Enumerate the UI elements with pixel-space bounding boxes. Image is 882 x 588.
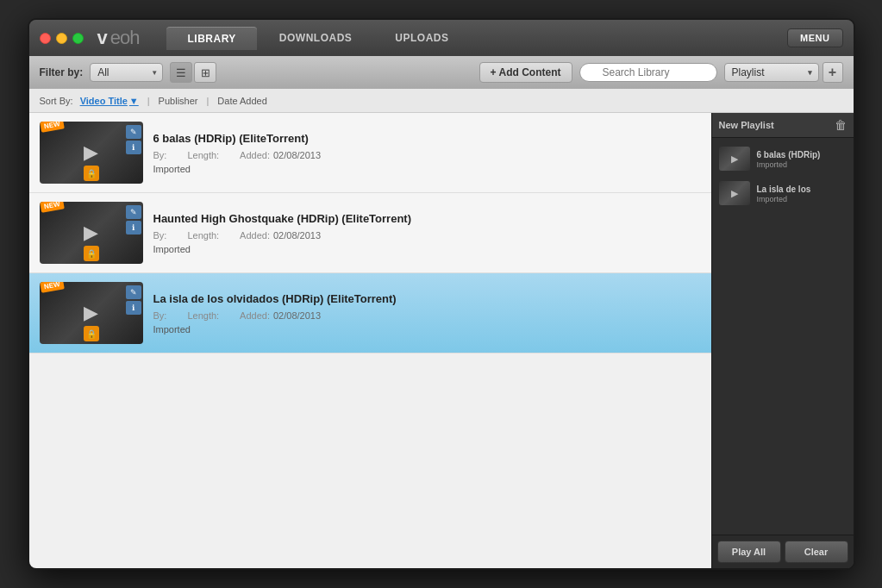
video-item-1[interactable]: NEW ▶ ✎ ℹ 🔒 6 balas (HDRip) (EliteTorren… xyxy=(29,113,711,193)
added-value-2: 02/08/2013 xyxy=(273,230,321,241)
grid-view-button[interactable]: ⊞ xyxy=(194,62,216,83)
sort-by-label: Sort By: xyxy=(40,96,73,106)
playlist-sidebar: New Playlist 🗑 ▶ 6 balas (HDRip) Importe… xyxy=(711,113,854,568)
tab-library[interactable]: LIBRARY xyxy=(166,27,256,50)
sort-bar: Sort By: Video Title ▼ | Publisher | Dat… xyxy=(29,89,854,113)
search-input[interactable] xyxy=(579,63,717,82)
length-label-2: Length: xyxy=(187,230,219,241)
logo-name: eoh xyxy=(110,27,140,49)
video-item-2[interactable]: NEW ▶ ✎ ℹ 🔒 Haunted High Ghostquake (HDR… xyxy=(29,193,711,273)
video-by-3: By: xyxy=(153,310,171,321)
minimize-button[interactable] xyxy=(56,33,67,44)
thumb-info-btn-1[interactable]: ℹ xyxy=(126,141,141,154)
add-content-button[interactable]: + Add Content xyxy=(479,62,572,83)
list-view-icon: ☰ xyxy=(176,66,186,79)
play-icon-2: ▶ xyxy=(84,222,98,244)
play-icon-3: ▶ xyxy=(84,302,98,324)
play-all-button[interactable]: Play All xyxy=(717,541,781,563)
playlist-thumb-1: ▶ xyxy=(719,147,750,171)
thumb-actions-1: ✎ ℹ xyxy=(126,125,141,154)
playlist-item-title-1: 6 balas (HDRip) xyxy=(757,149,847,160)
thumb-edit-btn-2[interactable]: ✎ xyxy=(126,205,141,219)
new-badge-1: NEW xyxy=(40,122,65,133)
titlebar: veoh LIBRARY DOWNLOADS UPLOADS MENU xyxy=(29,20,854,56)
traffic-lights xyxy=(40,33,84,44)
thumb-info-btn-2[interactable]: ℹ xyxy=(126,221,141,235)
sort-video-title[interactable]: Video Title ▼ xyxy=(80,96,139,106)
playlist-play-icon-2: ▶ xyxy=(731,188,738,199)
close-button[interactable] xyxy=(40,33,51,44)
playlist-play-icon-1: ▶ xyxy=(731,153,738,165)
app-logo: veoh xyxy=(97,27,140,49)
by-label-3: By: xyxy=(153,310,167,321)
lock-icon-2: 🔒 xyxy=(84,246,99,261)
tab-downloads[interactable]: DOWNLOADS xyxy=(259,27,373,50)
playlist-delete-button[interactable]: 🗑 xyxy=(835,118,847,132)
video-meta-3: By: Length: Added: 02/08/2013 xyxy=(153,310,701,321)
logo-v: v xyxy=(97,27,107,49)
thumb-info-btn-3[interactable]: ℹ xyxy=(126,301,141,315)
view-buttons: ☰ ⊞ xyxy=(170,62,216,83)
tab-uploads[interactable]: UPLOADS xyxy=(374,27,469,50)
menu-button[interactable]: MENU xyxy=(787,28,842,47)
add-playlist-button[interactable]: + xyxy=(823,62,843,83)
playlist-select-container: Playlist New Playlist ▼ xyxy=(724,63,819,82)
trash-icon: 🗑 xyxy=(835,118,847,132)
thumb-actions-2: ✎ ℹ xyxy=(126,205,141,235)
lock-icon-3: 🔒 xyxy=(84,326,99,341)
filter-select-wrap: All Videos Movies TV Shows xyxy=(90,63,163,82)
added-value-3: 02/08/2013 xyxy=(273,310,321,321)
playlist-item-status-2: Imported xyxy=(757,195,847,203)
playlist-thumb-2: ▶ xyxy=(719,181,750,205)
video-title-2: Haunted High Ghostquake (HDRip) (EliteTo… xyxy=(153,212,701,225)
video-thumbnail-1: NEW ▶ ✎ ℹ 🔒 xyxy=(40,122,143,184)
video-status-3: Imported xyxy=(153,324,701,335)
video-thumbnail-3: NEW ▶ ✎ ℹ 🔒 xyxy=(40,282,143,344)
video-length-3: Length: xyxy=(187,310,222,321)
playlist-header: New Playlist 🗑 xyxy=(712,113,854,138)
sort-date-added[interactable]: Date Added xyxy=(217,96,267,106)
video-info-1: 6 balas (HDRip) (EliteTorrent) By: Lengt… xyxy=(153,132,701,174)
thumb-edit-btn-3[interactable]: ✎ xyxy=(126,285,141,299)
length-label-3: Length: xyxy=(187,310,219,321)
new-badge-3: NEW xyxy=(40,282,65,293)
playlist-item-2[interactable]: ▶ La isla de los Imported xyxy=(712,176,854,210)
playlist-item-title-2: La isla de los xyxy=(757,184,847,195)
added-label-2: Added: xyxy=(240,230,270,241)
maximize-button[interactable] xyxy=(72,33,84,44)
app-window: veoh LIBRARY DOWNLOADS UPLOADS MENU Filt… xyxy=(28,18,855,570)
video-by-2: By: xyxy=(153,230,171,241)
playlist-controls: Play All Clear xyxy=(712,535,854,568)
playlist-item-1[interactable]: ▶ 6 balas (HDRip) Imported xyxy=(712,141,854,176)
sort-divider-1: | xyxy=(147,96,150,106)
video-meta-1: By: Length: Added: 02/08/2013 xyxy=(153,150,701,160)
video-item-3[interactable]: NEW ▶ ✎ ℹ 🔒 La isla de los olvidados (HD… xyxy=(29,273,711,353)
thumb-edit-btn-1[interactable]: ✎ xyxy=(126,125,141,139)
added-value-1: 02/08/2013 xyxy=(273,150,321,160)
video-length-1: Length: xyxy=(187,150,222,160)
filter-label: Filter by: xyxy=(40,66,84,78)
video-title-1: 6 balas (HDRip) (EliteTorrent) xyxy=(153,132,701,145)
video-title-3: La isla de los olvidados (HDRip) (EliteT… xyxy=(153,292,701,305)
main-content: NEW ▶ ✎ ℹ 🔒 6 balas (HDRip) (EliteTorren… xyxy=(29,113,854,568)
sort-divider-2: | xyxy=(206,96,209,106)
video-by-1: By: xyxy=(153,150,171,160)
sort-publisher[interactable]: Publisher xyxy=(159,96,198,106)
video-status-1: Imported xyxy=(153,164,701,174)
thumb-actions-3: ✎ ℹ xyxy=(126,285,141,315)
video-thumbnail-2: NEW ▶ ✎ ℹ 🔒 xyxy=(40,202,143,264)
list-view-button[interactable]: ☰ xyxy=(170,62,192,83)
playlist-info-1: 6 balas (HDRip) Imported xyxy=(757,149,847,169)
playlist-select[interactable]: Playlist New Playlist xyxy=(724,63,819,82)
video-added-3: Added: 02/08/2013 xyxy=(240,310,321,321)
lock-icon-1: 🔒 xyxy=(84,166,99,181)
grid-view-icon: ⊞ xyxy=(201,66,210,79)
clear-button[interactable]: Clear xyxy=(785,541,848,563)
filter-select[interactable]: All Videos Movies TV Shows xyxy=(90,63,163,82)
playlist-item-status-1: Imported xyxy=(757,160,847,169)
added-label-1: Added: xyxy=(240,150,270,160)
video-status-2: Imported xyxy=(153,244,701,254)
by-label-1: By: xyxy=(153,150,167,160)
playlist-select-wrap: Playlist New Playlist ▼ + xyxy=(724,62,843,83)
playlist-info-2: La isla de los Imported xyxy=(757,184,847,203)
